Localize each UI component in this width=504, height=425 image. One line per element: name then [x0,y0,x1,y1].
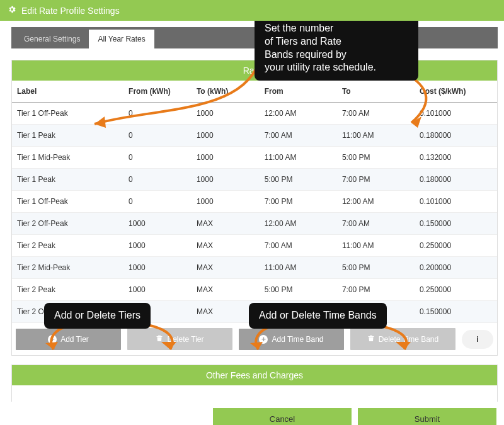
cancel-button[interactable]: Cancel [213,408,352,425]
cell-label: Tier 1 Mid-Peak [12,147,123,169]
cell-cost: 0.250000 [415,279,497,301]
dialog-header: Edit Rate Profile Settings [0,0,504,21]
col-to-time: To [337,81,415,103]
cell-label: Tier 2 Peak [12,279,123,301]
cell-to_t: 7:00 PM [337,169,415,191]
col-from-kwh: From (kWh) [123,81,192,103]
cell-from_t: 7:00 AM [260,125,337,147]
add-tier-label: Add Tier [60,335,89,344]
plus-icon: + [48,335,57,344]
cell-cost: 0.101000 [415,103,497,125]
cell-from_kwh: 1000 [123,235,192,257]
cell-label: Tier 1 Peak [12,125,123,147]
cell-label: Tier 2 Peak [12,235,123,257]
cell-from_kwh: 0 [123,191,192,213]
trash-icon [156,334,163,344]
rates-table: Label From (kWh) To (kWh) From To Cost (… [12,81,497,323]
add-time-band-label: Add Time Band [272,335,323,344]
delete-tier-button[interactable]: Delete Tier [127,328,232,350]
cell-to_t: 7:00 AM [337,103,415,125]
cell-cost: 0.132000 [415,147,497,169]
table-row[interactable]: Tier 2 Peak1000MAX7:00 AM11:00 AM0.25000… [12,235,497,257]
gear-icon [8,5,16,16]
cell-cost: 0.250000 [415,235,497,257]
callout-bands: Add or Delete Time Bands [249,303,387,329]
table-row[interactable]: Tier 1 Off-Peak0100012:00 AM7:00 AM0.101… [12,103,497,125]
col-from-time: From [260,81,337,103]
cell-label: Tier 1 Peak [12,169,123,191]
cell-to_t: 11:00 AM [337,125,415,147]
tab-general-settings[interactable]: General Settings [15,30,89,48]
plus-icon: + [259,335,268,344]
cell-label: Tier 1 Off-Peak [12,103,123,125]
other-fees-panel: Other Fees and Charges [11,365,498,402]
cell-from_kwh: 0 [123,125,192,147]
cell-from_kwh: 1000 [123,213,192,235]
dialog-title: Edit Rate Profile Settings [21,6,120,16]
cell-to_kwh: MAX [192,213,260,235]
cell-cost: 0.101000 [415,191,497,213]
cell-from_t: 12:00 AM [260,103,337,125]
cell-from_t: 5:00 PM [260,169,337,191]
cell-to_kwh: MAX [192,279,260,301]
cell-to_t: 11:00 AM [337,235,415,257]
table-row[interactable]: Tier 1 Off-Peak010007:00 PM12:00 AM0.101… [12,191,497,213]
cell-to_t: 5:00 PM [337,147,415,169]
cell-to_kwh: 1000 [192,169,260,191]
callout-top: Set the number of Tiers and Rate Bands r… [255,21,418,81]
col-cost: Cost ($/kWh) [415,81,497,103]
other-fees-title: Other Fees and Charges [12,365,497,385]
col-to-kwh: To (kWh) [192,81,260,103]
cell-to_kwh: MAX [192,257,260,279]
table-row[interactable]: Tier 2 Off-Peak1000MAX12:00 AM7:00 AM0.1… [12,213,497,235]
cell-to_kwh: 1000 [192,147,260,169]
col-label: Label [12,81,123,103]
submit-button[interactable]: Submit [358,408,496,425]
add-tier-button[interactable]: + Add Tier [16,329,121,350]
table-row[interactable]: Tier 1 Peak010007:00 AM11:00 AM0.180000 [12,125,497,147]
cell-to_kwh: 1000 [192,191,260,213]
cell-from_t: 11:00 AM [260,147,337,169]
cell-label: Tier 2 Off-Peak [12,213,123,235]
cell-cost: 0.180000 [415,169,497,191]
table-row[interactable]: Tier 2 Mid-Peak1000MAX11:00 AM5:00 PM0.2… [12,257,497,279]
cell-from_kwh: 0 [123,169,192,191]
tab-all-year-rates[interactable]: All Year Rates [89,30,154,48]
table-row[interactable]: Tier 1 Mid-Peak0100011:00 AM5:00 PM0.132… [12,147,497,169]
cell-cost: 0.150000 [415,301,497,323]
delete-tier-label: Delete Tier [167,335,203,344]
dialog-body: General Settings All Year Rates Rates La… [0,21,504,402]
cell-to_t: 12:00 AM [337,191,415,213]
cell-to_t: 7:00 PM [337,279,415,301]
cell-cost: 0.180000 [415,125,497,147]
callout-tiers: Add or Delete Tiers [44,303,151,329]
cell-from_kwh: 1000 [123,257,192,279]
info-icon: i [476,335,478,344]
info-button[interactable]: i [462,330,493,349]
delete-time-band-button[interactable]: Delete Time Band [350,328,455,350]
add-time-band-button[interactable]: + Add Time Band [239,329,344,350]
cell-cost: 0.200000 [415,257,497,279]
cell-from_kwh: 0 [123,147,192,169]
cell-from_t: 7:00 AM [260,235,337,257]
cell-from_t: 7:00 PM [260,191,337,213]
cell-to_kwh: 1000 [192,125,260,147]
cell-from_t: 5:00 PM [260,279,337,301]
cell-from_t: 11:00 AM [260,257,337,279]
trash-icon [367,334,375,344]
cell-label: Tier 2 Mid-Peak [12,257,123,279]
cell-label: Tier 1 Off-Peak [12,191,123,213]
table-row[interactable]: Tier 2 Peak1000MAX5:00 PM7:00 PM0.250000 [12,279,497,301]
dialog-footer: Cancel Submit [0,402,504,425]
cell-from_kwh: 1000 [123,279,192,301]
table-row[interactable]: Tier 1 Peak010005:00 PM7:00 PM0.180000 [12,169,497,191]
cell-from_kwh: 0 [123,103,192,125]
cell-to_kwh: 1000 [192,103,260,125]
cell-cost: 0.150000 [415,213,497,235]
cell-to_t: 5:00 PM [337,257,415,279]
cell-from_t: 12:00 AM [260,213,337,235]
delete-time-band-label: Delete Time Band [379,335,438,344]
cell-to_t: 7:00 AM [337,213,415,235]
cell-to_kwh: MAX [192,235,260,257]
